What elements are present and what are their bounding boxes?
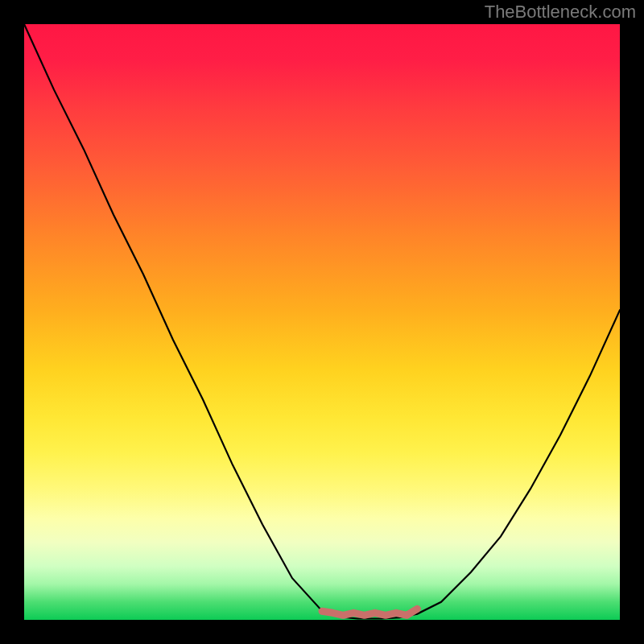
trough-marker bbox=[322, 609, 417, 615]
watermark-text: TheBottleneck.com bbox=[485, 2, 636, 23]
chart-frame: TheBottleneck.com bbox=[0, 0, 644, 644]
plot-svg bbox=[24, 24, 620, 620]
bottleneck-curve bbox=[24, 24, 620, 619]
plot-area bbox=[24, 24, 620, 620]
